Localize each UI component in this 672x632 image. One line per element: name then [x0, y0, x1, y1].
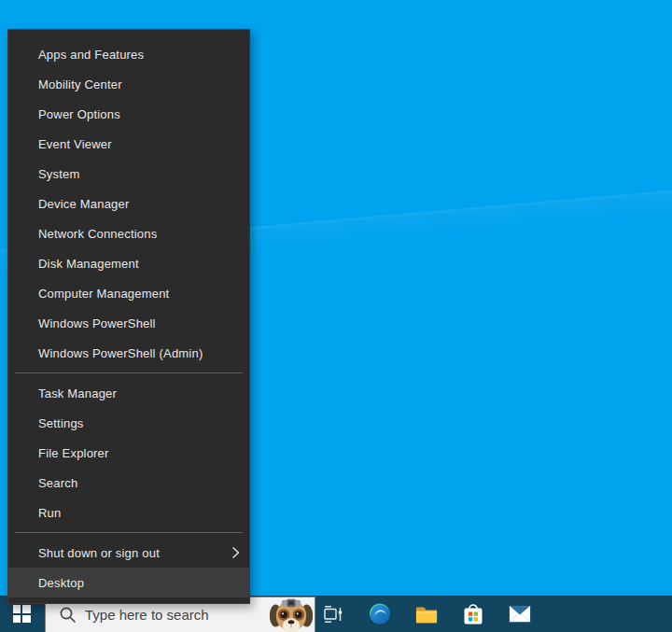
mail-icon [509, 605, 531, 624]
task-view-button[interactable] [322, 602, 344, 626]
menu-separator [15, 372, 243, 373]
menu-item-label: Settings [38, 416, 84, 430]
task-view-icon [322, 603, 344, 625]
menu-item-network-connections[interactable]: Network Connections [8, 218, 249, 248]
menu-item-label: Desktop [38, 576, 84, 590]
menu-item-windows-powershell-admin[interactable]: Windows PowerShell (Admin) [8, 338, 249, 368]
menu-item-event-viewer[interactable]: Event Viewer [8, 129, 249, 159]
menu-item-label: Windows PowerShell (Admin) [38, 346, 203, 360]
menu-item-settings[interactable]: Settings [8, 408, 249, 438]
menu-group-utilities: Task ManagerSettingsFile ExplorerSearchR… [8, 378, 249, 527]
file-explorer-icon [415, 604, 438, 625]
menu-item-disk-management[interactable]: Disk Management [8, 248, 249, 278]
search-highlight-dog-icon[interactable] [270, 597, 313, 632]
menu-item-device-manager[interactable]: Device Manager [8, 189, 249, 218]
menu-item-label: Device Manager [38, 197, 129, 211]
menu-item-computer-management[interactable]: Computer Management [8, 278, 249, 308]
edge-button[interactable] [369, 602, 391, 626]
taskbar-icon-row [322, 596, 531, 632]
chevron-right-icon [231, 546, 240, 559]
menu-item-label: Mobility Center [38, 77, 122, 91]
menu-item-label: Search [38, 476, 77, 490]
menu-item-label: Power Options [38, 107, 120, 121]
store-button[interactable] [462, 602, 484, 626]
menu-item-shut-down-or-sign-out[interactable]: Shut down or sign out [8, 538, 249, 568]
search-placeholder: Type here to search [85, 607, 209, 623]
menu-item-label: Run [38, 506, 61, 520]
menu-item-windows-powershell[interactable]: Windows PowerShell [8, 308, 249, 338]
file-explorer-button[interactable] [415, 602, 438, 626]
menu-item-apps-and-features[interactable]: Apps and Features [8, 39, 249, 69]
winx-context-menu: Apps and FeaturesMobility CenterPower Op… [7, 29, 250, 604]
menu-group-session: Shut down or sign outDesktop [8, 538, 249, 597]
menu-group-system-tools: Apps and FeaturesMobility CenterPower Op… [8, 39, 249, 368]
menu-item-label: Network Connections [38, 227, 157, 241]
menu-item-search[interactable]: Search [8, 468, 249, 498]
menu-item-mobility-center[interactable]: Mobility Center [8, 69, 249, 99]
menu-item-run[interactable]: Run [8, 498, 249, 527]
edge-icon [369, 602, 391, 625]
mail-button[interactable] [509, 602, 531, 626]
menu-item-label: Computer Management [38, 287, 169, 301]
menu-item-file-explorer[interactable]: File Explorer [8, 438, 249, 468]
menu-item-desktop[interactable]: Desktop [8, 568, 249, 597]
menu-item-label: Apps and Features [38, 48, 144, 62]
menu-item-power-options[interactable]: Power Options [8, 99, 249, 129]
menu-item-label: Shut down or sign out [38, 546, 160, 560]
menu-separator [15, 532, 243, 533]
menu-item-label: Windows PowerShell [38, 316, 156, 330]
menu-item-system[interactable]: System [8, 159, 249, 189]
start-icon [13, 605, 31, 623]
menu-item-label: Disk Management [38, 257, 139, 271]
menu-item-label: File Explorer [38, 446, 109, 460]
menu-item-label: Event Viewer [38, 137, 112, 151]
store-icon [462, 602, 484, 626]
menu-item-label: Task Manager [38, 386, 117, 400]
search-icon [59, 606, 77, 624]
menu-item-label: System [38, 167, 80, 181]
menu-item-task-manager[interactable]: Task Manager [8, 378, 249, 408]
